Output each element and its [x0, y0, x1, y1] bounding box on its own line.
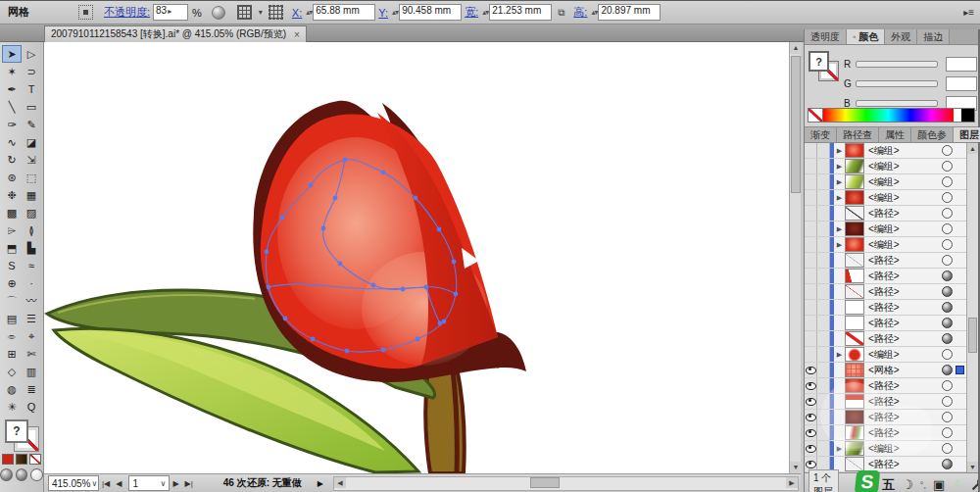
target-circle[interactable] [942, 176, 953, 187]
x-link[interactable]: X: [292, 7, 302, 19]
tool-button[interactable]: ⇲ [22, 151, 41, 169]
panel-fill-unknown[interactable]: ? [808, 51, 829, 72]
layer-thumbnail[interactable] [845, 316, 864, 330]
target-circle[interactable] [942, 302, 953, 313]
target-circle[interactable] [942, 365, 953, 375]
lock-toggle[interactable] [817, 284, 830, 299]
scroll-down-icon[interactable]: ▼ [790, 462, 802, 473]
tool-button[interactable]: ⌯ [2, 327, 22, 345]
screen-mode-normal[interactable] [0, 468, 13, 481]
layer-row[interactable]: ▶ <编组> [805, 221, 966, 237]
mascot-icon[interactable]: ♙ [952, 477, 963, 492]
tool-button[interactable]: ✄ [22, 345, 41, 363]
visibility-toggle[interactable] [805, 441, 817, 456]
tool-button[interactable]: ✶ [2, 63, 22, 80]
layer-row[interactable]: ▶ <编组> [805, 159, 966, 174]
tool-button[interactable]: ▦ [22, 186, 41, 204]
canvas-vscrollbar[interactable]: ▲ ▼ [789, 42, 801, 473]
layer-row[interactable]: ▶ <编组> [805, 143, 966, 159]
none-button[interactable] [29, 454, 41, 465]
layer-label[interactable]: <编组> [868, 222, 942, 236]
recolor-artwork-icon[interactable] [237, 5, 252, 20]
tool-button[interactable]: ◇ [2, 363, 22, 380]
visibility-toggle[interactable] [805, 378, 817, 393]
tool-button[interactable]: ⌲ [2, 221, 22, 239]
lock-toggle[interactable] [817, 253, 830, 268]
prev-page-button[interactable]: ◀ [116, 479, 122, 488]
spectrum-white[interactable] [954, 109, 961, 122]
page-number-select[interactable]: 1∨ [128, 475, 170, 491]
expand-triangle[interactable]: ▶ [834, 445, 845, 453]
panel-tab[interactable]: ◦ 颜色 [847, 29, 885, 44]
fill-swatch-unknown[interactable]: ? [5, 419, 28, 443]
tool-button[interactable]: ➤ [2, 45, 22, 63]
layer-label[interactable]: <路径> [868, 317, 942, 330]
tool-button[interactable]: ⊕ [2, 274, 22, 292]
expand-triangle[interactable]: ▶ [834, 351, 845, 359]
tool-button[interactable]: ⬒ [2, 239, 22, 257]
layer-row[interactable]: ▶ <路径> [805, 331, 966, 347]
layer-label[interactable]: <编组> [868, 144, 942, 158]
lock-toggle[interactable] [817, 425, 830, 440]
wrench-icon[interactable] [971, 478, 978, 491]
layer-label[interactable]: <路径> [868, 395, 942, 409]
layer-row[interactable]: ▶ <网格> [805, 363, 966, 378]
channel-value-input[interactable] [946, 76, 977, 91]
layer-row[interactable]: ▶ <路径> [805, 284, 966, 300]
lock-toggle[interactable] [817, 221, 830, 236]
tool-button[interactable]: S [2, 257, 22, 274]
visibility-toggle[interactable] [805, 237, 817, 252]
visibility-toggle[interactable] [805, 347, 817, 362]
layer-label[interactable]: <编组> [868, 160, 942, 173]
opacity-input[interactable]: 83▸ [153, 4, 188, 21]
x-stepper[interactable]: ▴▾ [306, 8, 312, 17]
height-stepper[interactable]: ▴▾ [591, 8, 597, 17]
scroll-down-icon[interactable]: ▼ [967, 462, 978, 472]
tool-button[interactable]: ✑ [2, 116, 22, 133]
layer-row[interactable]: ▶ <路径> [805, 425, 966, 441]
tool-button[interactable]: ≣ [22, 380, 41, 398]
visibility-toggle[interactable] [805, 159, 817, 173]
target-circle[interactable] [942, 239, 953, 250]
visibility-toggle[interactable] [805, 394, 817, 409]
tool-button[interactable]: T [22, 80, 41, 98]
layer-row[interactable]: ▶ <路径> [805, 206, 966, 221]
layer-row[interactable]: ▶ <路径> [805, 300, 966, 316]
lock-toggle[interactable] [817, 410, 830, 424]
panel-tab[interactable]: 透明度 [805, 29, 847, 44]
panel-tab[interactable]: 属性 [879, 127, 911, 142]
layer-row[interactable]: ▶ <路径> [805, 269, 966, 284]
target-circle[interactable] [942, 208, 953, 219]
height-input[interactable]: 20.897 mm [598, 4, 661, 21]
layer-label[interactable]: <路径> [868, 411, 942, 424]
scroll-left-icon[interactable]: ◀ [334, 477, 346, 488]
expand-triangle[interactable]: ▶ [834, 147, 845, 155]
target-circle[interactable] [942, 333, 953, 344]
target-circle[interactable] [942, 396, 953, 407]
tool-button[interactable]: Q [22, 398, 41, 416]
lock-toggle[interactable] [817, 159, 830, 173]
control-panel-menu-icon[interactable]: ▸≡ [963, 7, 974, 18]
canvas-hscrollbar[interactable]: ◀ ▶ [333, 476, 799, 491]
tool-button[interactable]: ▙ [22, 239, 41, 257]
lock-toggle[interactable] [817, 441, 830, 456]
layer-thumbnail[interactable] [845, 410, 864, 424]
layer-row[interactable]: ▶ <路径> [805, 253, 966, 269]
layer-thumbnail[interactable] [845, 425, 864, 440]
layer-label[interactable]: <路径> [868, 332, 942, 346]
tool-button[interactable]: ▥ [22, 363, 41, 380]
visibility-toggle[interactable] [805, 425, 817, 440]
tool-button[interactable]: ▩ [2, 204, 22, 221]
layer-label[interactable]: <编组> [868, 238, 942, 252]
target-circle[interactable] [942, 380, 953, 391]
tool-button[interactable]: ↻ [2, 151, 22, 169]
tool-button[interactable]: ≈ [22, 257, 41, 274]
visibility-toggle[interactable] [805, 174, 817, 189]
target-circle[interactable] [942, 443, 953, 454]
layer-thumbnail[interactable] [845, 347, 864, 362]
spectrum-rainbow[interactable] [823, 109, 954, 122]
layer-label[interactable]: <路径> [868, 207, 942, 221]
new-layer-icon[interactable]: ▣ [933, 477, 945, 492]
layer-label[interactable]: <路径> [868, 379, 942, 393]
layer-thumbnail[interactable] [845, 159, 864, 173]
